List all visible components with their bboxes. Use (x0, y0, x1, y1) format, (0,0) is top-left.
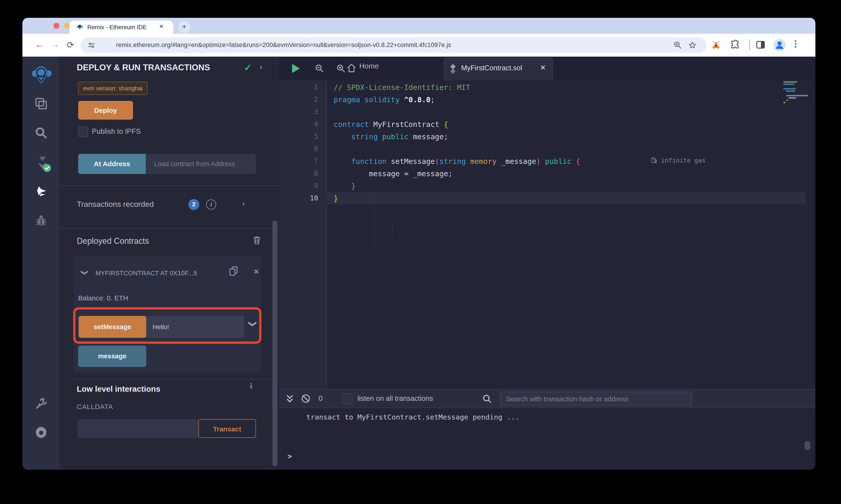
browser-menu-icon[interactable]: ⋮ (791, 38, 800, 49)
deploy-run-icon[interactable] (34, 184, 49, 199)
minimap-line (784, 81, 797, 83)
browser-tabstrip: Remix - Ethereum IDE ✕ + (22, 18, 816, 34)
tab-close-icon[interactable]: ✕ (159, 23, 164, 30)
message-button[interactable]: message (78, 346, 146, 367)
tab-home[interactable]: Home (359, 62, 379, 70)
remove-contract-icon[interactable]: ✕ (254, 268, 259, 275)
panel-title: DEPLOY & RUN TRANSACTIONS (77, 62, 210, 73)
clear-contracts-trash-icon[interactable] (253, 236, 261, 245)
compile-success-check-icon: ✓ (244, 62, 252, 73)
terminal-search-icon (482, 394, 492, 403)
gas-estimate-text: infinite gas (661, 157, 705, 164)
minimap-line (786, 100, 788, 101)
deploy-button[interactable]: Deploy (78, 101, 133, 120)
editor-minimap[interactable] (784, 81, 816, 136)
plugin-manager-icon[interactable] (34, 397, 48, 410)
indent-guide (392, 224, 393, 236)
low-level-interactions-title: Low level interactions (77, 384, 160, 394)
low-level-info-icon[interactable]: i (250, 382, 252, 391)
minimap-line (788, 97, 796, 98)
clear-console-icon[interactable] (301, 394, 311, 403)
reload-icon[interactable]: ⟳ (67, 40, 74, 50)
collapse-terminal-icon[interactable] (286, 394, 293, 403)
deployed-contracts-title: Deployed Contracts (77, 236, 149, 246)
terminal-toolbar: 0 listen on all transactions Search with… (279, 389, 816, 408)
run-script-play-icon[interactable] (291, 63, 301, 74)
remix-logo-icon[interactable] (30, 64, 52, 86)
panel-divider (69, 379, 270, 379)
line-number: 4 (314, 118, 318, 130)
profile-avatar[interactable] (773, 39, 786, 51)
browser-window: Remix - Ethereum IDE ✕ + ← → ⟳ remix.eth… (22, 18, 816, 470)
tab-close-icon[interactable]: ✕ (540, 64, 546, 71)
minimap-line (784, 102, 785, 103)
tab-myfirstcontract[interactable]: MyFirstContract.sol ✕ (444, 57, 553, 80)
contract-balance: Balance: 0. ETH (78, 294, 128, 302)
file-explorer-icon[interactable] (34, 97, 48, 110)
url-text: remix.ethereum.org/#lang=en&optimize=fal… (116, 41, 451, 48)
new-tab-button[interactable]: + (178, 21, 190, 33)
current-line-highlight (327, 192, 806, 204)
zoom-in-icon[interactable] (337, 64, 345, 73)
metamask-extension-icon[interactable] (710, 39, 722, 51)
terminal-prompt[interactable]: > (288, 452, 292, 461)
gas-estimate-annotation: infinite gas (651, 154, 705, 167)
panel-divider (59, 228, 279, 229)
code-line: } (334, 192, 338, 204)
panel-expand-chevron-icon[interactable]: › (260, 62, 262, 72)
solidity-compiler-icon[interactable] (33, 154, 52, 173)
terminal-search-input[interactable]: Search with transaction hash or address (500, 392, 692, 406)
extensions-puzzle-icon[interactable] (730, 39, 741, 50)
calldata-label: CALLDATA (77, 403, 113, 410)
publish-ipfs-checkbox[interactable] (78, 126, 88, 137)
tab-label: MyFirstContract.sol (461, 64, 522, 72)
browser-toolbar: ← → ⟳ remix.ethereum.org/#lang=en&optimi… (22, 34, 816, 57)
search-icon[interactable] (34, 126, 48, 140)
browser-tab[interactable]: Remix - Ethereum IDE ✕ (69, 20, 173, 34)
deployed-contract-card: ❯ MYFIRSTCONTRACT AT 0X10F...5 ✕ Balance… (73, 256, 261, 373)
zoom-page-icon[interactable] (674, 41, 682, 49)
listen-transactions-checkbox[interactable] (342, 394, 353, 404)
debugger-icon[interactable] (34, 214, 48, 227)
settings-gear-icon[interactable] (34, 426, 49, 440)
tab-title: Remix - Ethereum IDE (87, 24, 147, 31)
code-editor[interactable]: 12345678910 // SPDX-License-Identifier: … (279, 80, 816, 389)
line-number: 7 (314, 155, 318, 167)
back-icon[interactable]: ← (35, 40, 44, 50)
icon-sidebar (22, 57, 59, 470)
toolbar-divider (749, 39, 750, 50)
code-line: contract MyFirstContract { (334, 118, 448, 130)
traffic-minimize-button[interactable] (64, 23, 70, 29)
code-line: string public message; (334, 130, 448, 143)
transactions-expand-chevron-icon[interactable]: › (242, 199, 245, 208)
traffic-close-button[interactable] (53, 23, 59, 29)
forward-icon[interactable]: → (51, 40, 59, 50)
line-number: 8 (314, 167, 318, 180)
line-number: 10 (310, 192, 318, 204)
transactions-recorded-label: Transactions recorded (77, 200, 154, 209)
contract-collapse-chevron-icon[interactable]: ❯ (81, 270, 89, 275)
terminal: 0 listen on all transactions Search with… (279, 389, 816, 470)
at-address-input[interactable]: Load contract from Address (146, 154, 256, 174)
transact-button[interactable]: Transact (199, 419, 256, 438)
zoom-out-icon[interactable] (315, 64, 324, 73)
bookmark-star-icon[interactable] (688, 41, 697, 49)
pending-tx-count: 0 (319, 394, 323, 403)
site-settings-icon[interactable] (88, 41, 95, 49)
sidepanel-toggle-icon[interactable] (756, 40, 766, 50)
panel-divider (59, 185, 279, 186)
copy-address-icon[interactable] (229, 266, 238, 276)
terminal-scrollbar-thumb[interactable] (804, 441, 810, 450)
editor-tabbar: Home MyFirstContract.sol ✕ (279, 57, 816, 80)
panel-scrollbar[interactable] (272, 220, 277, 466)
transactions-count-badge: 2 (188, 199, 199, 210)
listen-transactions-label: listen on all transactions (357, 394, 433, 403)
minimap-line (784, 88, 796, 89)
at-address-button[interactable]: At Address (78, 154, 146, 174)
line-number: 1 (314, 81, 318, 94)
url-bar[interactable]: remix.ethereum.org/#lang=en&optimize=fal… (81, 37, 707, 53)
home-icon[interactable] (346, 63, 357, 73)
code-line: pragma solidity ^0.8.0; (334, 94, 435, 106)
calldata-input[interactable] (78, 419, 199, 438)
transactions-info-icon[interactable]: i (206, 199, 216, 210)
